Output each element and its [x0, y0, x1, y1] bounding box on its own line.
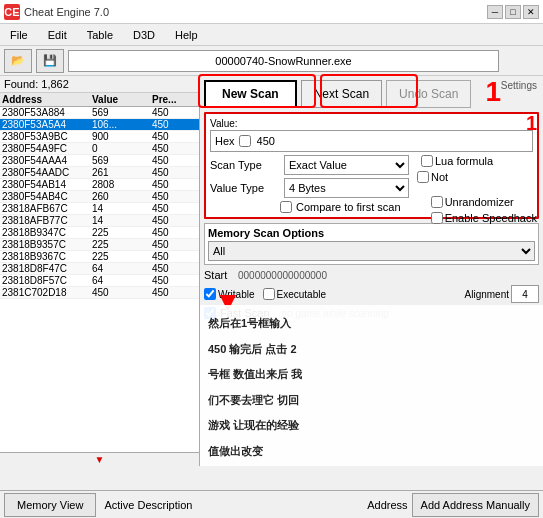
app-title: Cheat Engine 7.0 — [24, 6, 483, 18]
col-prev: Pre... — [152, 94, 202, 105]
writable-option: Writable — [204, 288, 255, 300]
start-label: Start — [204, 269, 234, 281]
open-button[interactable]: 📂 — [4, 49, 32, 73]
valuetype-label: Value Type — [210, 182, 280, 194]
options-row: Writable Executable Alignment — [204, 285, 539, 303]
hex-checkbox[interactable] — [239, 135, 251, 147]
alignment-label: Alignment — [465, 289, 509, 300]
speedhack-option: Enable Speedhack — [431, 212, 537, 224]
list-item[interactable]: 2380F53A884569450 — [0, 107, 199, 119]
list-item[interactable]: 23818AFB77C14450 — [0, 215, 199, 227]
start-row: Start 0000000000000000 — [204, 269, 539, 281]
list-item[interactable]: 23818B9367C225450 — [0, 251, 199, 263]
lua-formula-label: Lua formula — [435, 155, 493, 167]
speedhack-label: Enable Speedhack — [445, 212, 537, 224]
minimize-button[interactable]: ─ — [487, 5, 503, 19]
executable-label: Executable — [277, 289, 326, 300]
list-item[interactable]: 2380F54A9FC0450 — [0, 143, 199, 155]
menu-table[interactable]: Table — [81, 27, 119, 43]
menu-edit[interactable]: Edit — [42, 27, 73, 43]
list-item[interactable]: 2380F54AADC261450 — [0, 167, 199, 179]
unrandomizer-checkbox[interactable] — [431, 196, 443, 208]
toolbar: 📂 💾 00000740-SnowRunner.exe S — [0, 46, 543, 76]
results-list[interactable]: 2380F53A884569450 2380F53A5A4106...450 2… — [0, 107, 199, 452]
memscan-header: Memory Scan Options — [208, 227, 535, 239]
title-bar: CE Cheat Engine 7.0 ─ □ ✕ — [0, 0, 543, 24]
window-controls: ─ □ ✕ — [487, 5, 539, 19]
address-label: Address — [363, 499, 411, 511]
scantype-select[interactable]: Exact Value — [284, 155, 409, 175]
start-value: 0000000000000000 — [238, 270, 327, 281]
scantype-label: Scan Type — [210, 159, 280, 171]
list-item[interactable]: 23818B9357C225450 — [0, 239, 199, 251]
value-label: Value: — [210, 118, 533, 129]
unrandomizer-option: Unrandomizer — [431, 196, 537, 208]
unrandomizer-label: Unrandomizer — [445, 196, 514, 208]
save-button[interactable]: 💾 — [36, 49, 64, 73]
lua-formula-option: Lua formula — [421, 155, 533, 167]
speedhack-checkbox[interactable] — [431, 212, 443, 224]
status-bar: Memory View Active Description Address A… — [0, 490, 543, 518]
compare-first-checkbox[interactable] — [280, 201, 292, 213]
memory-view-button[interactable]: Memory View — [4, 493, 96, 517]
not-option: Not — [417, 171, 533, 183]
executable-checkbox[interactable] — [263, 288, 275, 300]
annotation-text: 然后在1号框输入450 输完后 点击 2号框 数值出来后 我们不要去理它 切回游… — [200, 305, 543, 466]
list-item[interactable]: 23818AFB67C14450 — [0, 203, 199, 215]
list-item[interactable]: 2380F53A5A4106...450 — [0, 119, 199, 131]
list-item[interactable]: 2380F54AB142808450 — [0, 179, 199, 191]
list-item[interactable]: 23818D8F57C64450 — [0, 275, 199, 287]
list-item[interactable]: 2380F54AAA4569450 — [0, 155, 199, 167]
value-input[interactable] — [255, 131, 528, 151]
settings-link[interactable]: Settings — [501, 80, 537, 91]
valuetype-select[interactable]: 4 Bytes — [284, 178, 409, 198]
right-options: Unrandomizer Enable Speedhack — [431, 196, 537, 224]
annotation-line: 然后在1号框输入450 输完后 点击 2号框 数值出来后 我们不要去理它 切回游… — [208, 317, 302, 457]
found-bar: Found: 1,862 — [0, 76, 199, 93]
list-item[interactable]: 23818D8F47C64450 — [0, 263, 199, 275]
not-checkbox[interactable] — [417, 171, 429, 183]
undo-scan-button[interactable]: Undo Scan — [386, 80, 471, 108]
list-item[interactable]: 2380F54AB4C260450 — [0, 191, 199, 203]
memory-scan-section: Memory Scan Options All — [204, 223, 539, 265]
add-address-button[interactable]: Add Address Manually — [412, 493, 539, 517]
found-count: 1,862 — [41, 78, 69, 90]
scan-panel: New Scan Next Scan Undo Scan Settings Va… — [200, 76, 543, 466]
new-scan-button[interactable]: New Scan — [204, 80, 297, 108]
app-icon: CE — [4, 4, 20, 20]
executable-option: Executable — [263, 288, 326, 300]
col-value: Value — [92, 94, 152, 105]
menu-bar: File Edit Table D3D Help — [0, 24, 543, 46]
active-description-label: Active Description — [96, 499, 363, 511]
next-scan-button[interactable]: Next Scan — [301, 80, 382, 108]
menu-help[interactable]: Help — [169, 27, 204, 43]
target-process-bar: 00000740-SnowRunner.exe — [68, 50, 499, 72]
writable-checkbox[interactable] — [204, 288, 216, 300]
alignment-input[interactable] — [511, 285, 539, 303]
memscan-select[interactable]: All — [208, 241, 535, 261]
list-item[interactable]: 23818B9347C225450 — [0, 227, 199, 239]
results-panel: Found: 1,862 Address Value Pre... 2380F5… — [0, 76, 200, 466]
list-item[interactable]: 2380F53A9BC900450 — [0, 131, 199, 143]
maximize-button[interactable]: □ — [505, 5, 521, 19]
col-address: Address — [2, 94, 92, 105]
compare-first-label: Compare to first scan — [296, 201, 401, 213]
not-label: Not — [431, 171, 448, 183]
menu-d3d[interactable]: D3D — [127, 27, 161, 43]
scan-buttons: New Scan Next Scan Undo Scan Settings — [204, 80, 539, 108]
alignment-option: Alignment — [465, 285, 539, 303]
lua-formula-checkbox[interactable] — [421, 155, 433, 167]
hex-label: Hex — [215, 135, 235, 147]
writable-label: Writable — [218, 289, 255, 300]
list-header: Address Value Pre... — [0, 93, 199, 107]
list-item[interactable]: 2381C702D18450450 — [0, 287, 199, 299]
found-label: Found: — [4, 78, 38, 90]
menu-file[interactable]: File — [4, 27, 34, 43]
scantype-row: Scan Type Exact Value — [210, 155, 409, 175]
target-process-name: 00000740-SnowRunner.exe — [73, 55, 494, 67]
close-button[interactable]: ✕ — [523, 5, 539, 19]
scroll-indicator: ▼ — [0, 452, 199, 466]
valuetype-row: Value Type 4 Bytes — [210, 178, 409, 198]
